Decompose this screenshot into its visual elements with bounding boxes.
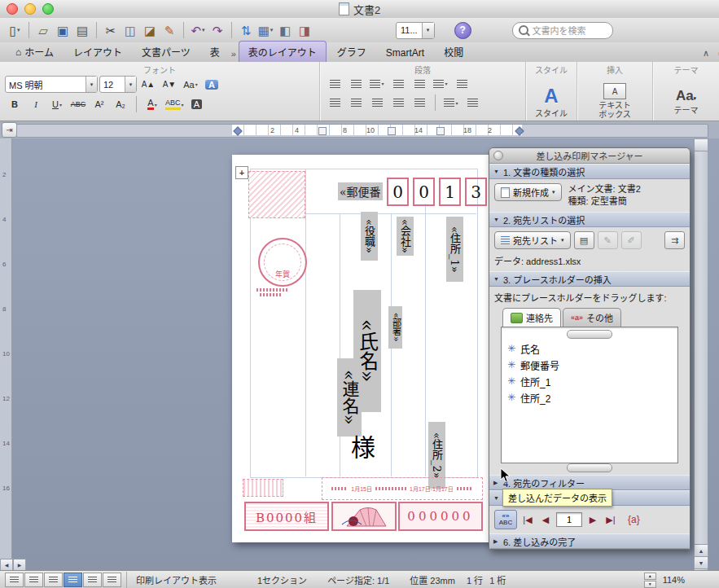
scroll-left-button[interactable]: ◀ bbox=[0, 559, 13, 571]
open-data-source-button[interactable]: ▤ bbox=[574, 231, 594, 249]
merge-field-busho[interactable]: «部署» bbox=[388, 306, 402, 349]
tab-review[interactable]: 校閲 bbox=[435, 42, 472, 62]
undo-button[interactable]: ↶▾ bbox=[188, 20, 208, 40]
align-right-button[interactable] bbox=[367, 95, 387, 111]
postal-digit[interactable]: 1 bbox=[439, 178, 461, 206]
merge-field-kaisha[interactable]: «会社» bbox=[397, 217, 414, 256]
section-3-header[interactable]: ▼ 3. プレースホルダーの挿入 bbox=[489, 271, 690, 287]
tab-document-elements[interactable]: 文書パーツ bbox=[133, 42, 199, 62]
outline-view-button[interactable] bbox=[24, 573, 43, 587]
bullets-button[interactable] bbox=[325, 76, 344, 91]
postal-code-merge-field[interactable]: «郵便番 bbox=[338, 182, 383, 200]
grow-font-button[interactable]: A▲ bbox=[138, 77, 158, 92]
postal-digit[interactable]: 3 bbox=[465, 178, 487, 206]
view-field-codes-button[interactable]: {a} bbox=[628, 514, 640, 525]
tab-layout[interactable]: レイアウト bbox=[64, 42, 131, 62]
list-scroll-pill[interactable] bbox=[567, 330, 612, 339]
create-new-button[interactable]: 新規作成 ▾ bbox=[494, 183, 562, 201]
new-document-button[interactable]: ▯▾ bbox=[5, 20, 24, 40]
numbering-button[interactable] bbox=[346, 76, 366, 91]
table-move-handle[interactable]: + bbox=[235, 166, 248, 179]
postal-digit[interactable]: 0 bbox=[413, 178, 435, 206]
copy-button[interactable]: ◫ bbox=[121, 20, 140, 40]
line-spacing-button[interactable]: ▾ bbox=[431, 76, 450, 91]
insert-table-button[interactable]: ▦▾ bbox=[256, 20, 275, 40]
columns-button[interactable] bbox=[452, 76, 471, 91]
shrink-font-button[interactable]: A▼ bbox=[160, 77, 179, 92]
vertical-scrollbar[interactable] bbox=[694, 138, 708, 570]
placeholder-item[interactable]: ✳ 住所_2 bbox=[502, 389, 677, 406]
last-record-button[interactable]: ▶| bbox=[603, 512, 618, 527]
merge-options-button[interactable]: ⇉ bbox=[664, 231, 685, 249]
scroll-down-button[interactable]: ▼ bbox=[694, 556, 708, 569]
increase-indent-button[interactable] bbox=[410, 76, 429, 91]
honorific-sama[interactable]: 様 bbox=[343, 435, 379, 459]
italic-button[interactable]: I bbox=[26, 97, 46, 112]
open-button[interactable]: ▱ bbox=[33, 20, 53, 40]
publishing-layout-button[interactable] bbox=[44, 573, 63, 587]
zoom-percentage[interactable]: 114% bbox=[663, 575, 685, 585]
column-marker[interactable] bbox=[388, 127, 396, 135]
multilevel-list-button[interactable]: ▾ bbox=[367, 76, 387, 91]
edit-recipients-button[interactable]: ✐ bbox=[621, 231, 642, 249]
postal-digit[interactable]: 0 bbox=[387, 178, 409, 206]
cut-button[interactable]: ✂ bbox=[101, 20, 121, 40]
tab-table-layout[interactable]: 表のレイアウト bbox=[239, 41, 327, 62]
page-indicator[interactable]: ページ指定: 1/1 bbox=[327, 573, 389, 586]
document-elements-button[interactable]: ◧ bbox=[275, 20, 295, 40]
merge-field-jusho1[interactable]: «住所_1» bbox=[446, 217, 463, 282]
change-case-button[interactable]: Aa▾ bbox=[181, 77, 200, 92]
column-marker[interactable] bbox=[436, 127, 445, 135]
underline-button[interactable]: U▾ bbox=[47, 97, 67, 112]
tab-table[interactable]: 表 bbox=[201, 42, 229, 62]
print-layout-button[interactable] bbox=[64, 573, 82, 587]
column-marker[interactable] bbox=[318, 127, 327, 135]
redo-button[interactable]: ↷ bbox=[208, 20, 227, 40]
split-window-handle[interactable] bbox=[694, 138, 708, 151]
document-page[interactable]: + «郵便番 0 0 1 3 年賀 «役職» «会社» «住所_1» «氏名» … bbox=[232, 155, 493, 542]
section-6-header[interactable]: ▶ 6. 差し込みの完了 bbox=[489, 533, 690, 549]
font-color-button[interactable]: A▾ bbox=[142, 97, 162, 112]
panel-titlebar[interactable]: 差し込み印刷マネージャー bbox=[489, 148, 690, 164]
strikethrough-button[interactable]: ABC bbox=[68, 97, 88, 112]
placeholder-item[interactable]: ✳ 氏名 bbox=[502, 340, 677, 357]
highlight-button[interactable]: ABC▾ bbox=[164, 97, 186, 112]
notebook-layout-button[interactable] bbox=[83, 573, 102, 587]
shading-button[interactable] bbox=[463, 95, 482, 111]
align-center-button[interactable] bbox=[346, 95, 366, 111]
font-size-combo[interactable]: 12 ▾ bbox=[99, 76, 137, 93]
borders-button[interactable]: ▾ bbox=[441, 95, 461, 111]
help-button[interactable]: ? bbox=[454, 22, 471, 39]
placeholder-item[interactable]: ✳ 住所_1 bbox=[502, 373, 677, 389]
tab-other[interactable]: «a» その他 bbox=[563, 308, 621, 327]
zoom-combo[interactable]: 11... ▾ bbox=[396, 22, 435, 39]
section-2-header[interactable]: ▼ 2. 宛先リストの選択 bbox=[489, 212, 690, 227]
scroll-right-button[interactable]: ▶ bbox=[13, 559, 26, 571]
tab-charts[interactable]: グラフ bbox=[328, 42, 375, 62]
placeholder-item[interactable]: ✳ 郵便番号 bbox=[502, 357, 677, 373]
focus-view-button[interactable] bbox=[103, 573, 121, 587]
view-merged-data-toggle[interactable]: «» ABC bbox=[494, 510, 517, 529]
merge-field-yakushoku[interactable]: «役職» bbox=[361, 212, 378, 261]
get-list-button[interactable]: 宛先リスト ▾ bbox=[494, 231, 571, 249]
collapse-ribbon-button[interactable]: ∧ bbox=[703, 48, 709, 59]
zoom-stepper[interactable]: ▲ ▼ bbox=[644, 573, 656, 588]
distribute-text-button[interactable] bbox=[410, 95, 429, 111]
merge-field-renmei[interactable]: «連名» bbox=[337, 358, 362, 437]
tab-stop-selector[interactable]: ⇥ bbox=[2, 122, 17, 138]
paste-button[interactable]: ◪ bbox=[140, 20, 160, 40]
tab-home[interactable]: ⌂ ホーム bbox=[7, 42, 63, 62]
enclose-character-button[interactable]: A bbox=[187, 97, 207, 112]
decrease-indent-button[interactable] bbox=[388, 76, 408, 91]
edit-data-source-button[interactable]: ✎ bbox=[598, 231, 618, 249]
bold-button[interactable]: B bbox=[5, 97, 24, 112]
first-record-button[interactable]: |◀ bbox=[520, 512, 535, 527]
tab-smartart[interactable]: SmartArt bbox=[377, 44, 433, 62]
subscript-button[interactable]: A₂ bbox=[111, 97, 130, 112]
tab-contacts[interactable]: 連絡先 bbox=[502, 308, 561, 327]
panel-close-button[interactable] bbox=[493, 151, 503, 160]
record-number-input[interactable]: 1 bbox=[556, 512, 582, 527]
section-1-header[interactable]: ▼ 1. 文書の種類の選択 bbox=[489, 164, 690, 179]
next-record-button[interactable]: ▶ bbox=[585, 512, 600, 527]
font-name-combo[interactable]: MS 明朝 ▾ bbox=[5, 76, 98, 93]
